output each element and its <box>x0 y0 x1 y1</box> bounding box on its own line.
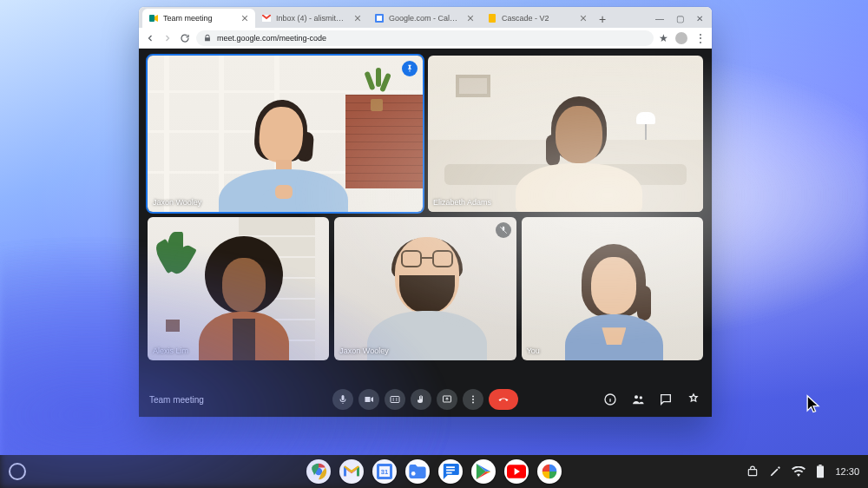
svg-point-6 <box>472 396 474 398</box>
lock-icon <box>203 34 212 43</box>
app-gmail[interactable] <box>339 459 364 484</box>
svg-rect-1 <box>375 14 384 23</box>
svg-point-7 <box>472 399 474 400</box>
svg-text:31: 31 <box>381 468 388 476</box>
tab-gmail[interactable]: Inbox (4) - alismith@gmail.com <box>255 9 368 28</box>
svg-rect-15 <box>379 466 390 477</box>
svg-point-8 <box>472 402 474 404</box>
muted-icon <box>496 222 511 238</box>
star-icon[interactable]: ★ <box>659 32 668 44</box>
new-tab-button[interactable]: + <box>594 10 611 28</box>
svg-point-13 <box>315 468 322 475</box>
profile-avatar[interactable] <box>675 32 687 44</box>
svg-rect-4 <box>391 397 399 403</box>
reload-icon[interactable] <box>179 32 191 44</box>
omnibox[interactable]: meet.google.com/meeting-code <box>196 30 654 46</box>
svg-point-10 <box>635 395 638 399</box>
tabstrip: Team meeting Inbox (4) - alismith@gmail.… <box>139 7 712 28</box>
svg-point-11 <box>640 396 642 399</box>
stylus-icon[interactable] <box>769 465 781 478</box>
meet-controls-bar: Team meeting <box>139 382 712 417</box>
system-tray[interactable]: 12:30 <box>746 465 859 478</box>
close-icon[interactable] <box>240 15 248 23</box>
app-photos[interactable] <box>537 459 562 484</box>
svg-rect-19 <box>749 470 757 476</box>
svg-rect-2 <box>377 16 382 21</box>
svg-rect-14 <box>377 464 392 479</box>
window-controls: — ▢ ✕ <box>655 9 712 28</box>
svg-rect-20 <box>817 466 824 478</box>
gmail-icon <box>262 14 271 23</box>
participant-tile[interactable]: Alexis Lim <box>148 217 329 360</box>
raise-hand-button[interactable] <box>411 389 431 410</box>
end-call-button[interactable] <box>489 389 518 410</box>
chat-button[interactable] <box>658 392 674 407</box>
present-button[interactable] <box>437 389 457 410</box>
app-files[interactable] <box>405 459 430 484</box>
tab-meet[interactable]: Team meeting <box>142 9 255 28</box>
participant-name: Elizabeth Adams <box>433 198 491 207</box>
pin-icon <box>402 61 418 76</box>
clock[interactable]: 12:30 <box>835 466 859 477</box>
tab-cascade[interactable]: Cascade - V2 <box>481 9 594 28</box>
browser-menu-icon[interactable]: ⋮ <box>694 31 707 45</box>
wifi-icon[interactable] <box>792 466 806 477</box>
captions-button[interactable] <box>385 389 405 410</box>
svg-point-9 <box>605 394 615 405</box>
close-icon[interactable] <box>466 15 474 23</box>
participant-grid: Jaxon Wooley Elizabeth Adams <box>148 56 703 360</box>
minimize-icon[interactable]: — <box>655 14 664 23</box>
shelf-apps: 31 <box>306 459 562 484</box>
svg-rect-21 <box>819 465 822 466</box>
microphone-button[interactable] <box>332 389 353 410</box>
chrome-window: Team meeting Inbox (4) - alismith@gmail.… <box>139 7 712 417</box>
shelf: 31 12:30 <box>0 455 868 488</box>
close-icon[interactable] <box>353 15 361 23</box>
tab-label: Cascade - V2 <box>502 14 574 23</box>
app-chrome[interactable] <box>306 459 331 484</box>
meet-icon <box>149 14 158 23</box>
close-window-icon[interactable]: ✕ <box>696 14 703 23</box>
maximize-icon[interactable]: ▢ <box>676 14 684 23</box>
app-play-store[interactable] <box>471 459 496 484</box>
participant-name: Jaxon Wooley <box>339 346 388 355</box>
tab-label: Inbox (4) - alismith@gmail.com <box>276 14 348 23</box>
participant-tile[interactable]: You <box>522 217 703 360</box>
svg-rect-0 <box>149 15 155 22</box>
participant-name: Jaxon Wooley <box>153 198 201 207</box>
browser-toolbar: meet.google.com/meeting-code ★ ⋮ <box>139 28 712 49</box>
meeting-info-button[interactable] <box>602 392 618 407</box>
svg-point-12 <box>311 464 326 479</box>
participant-name: You <box>527 346 540 355</box>
tote-icon[interactable] <box>746 465 759 478</box>
docs-icon <box>488 14 496 23</box>
meet-app: Jaxon Wooley Elizabeth Adams <box>139 49 712 417</box>
participant-tile[interactable]: Jaxon Wooley <box>334 217 516 360</box>
app-messages[interactable] <box>438 459 463 484</box>
desktop: Team meeting Inbox (4) - alismith@gmail.… <box>0 0 868 488</box>
launcher-button[interactable] <box>9 463 26 480</box>
people-button[interactable] <box>630 392 646 407</box>
app-youtube[interactable] <box>504 459 529 484</box>
participant-tile[interactable]: Elizabeth Adams <box>428 56 703 212</box>
cursor-icon <box>806 394 821 415</box>
more-options-button[interactable] <box>463 389 483 410</box>
camera-button[interactable] <box>358 389 379 410</box>
tab-calendar[interactable]: Google.com - Calendar <box>368 9 481 28</box>
battery-icon[interactable] <box>816 465 825 478</box>
svg-rect-5 <box>444 396 451 402</box>
svg-rect-18 <box>507 465 526 478</box>
activities-button[interactable] <box>686 392 701 407</box>
svg-point-17 <box>411 472 416 476</box>
forward-icon[interactable] <box>161 32 174 44</box>
participant-tile[interactable]: Jaxon Wooley <box>148 56 423 212</box>
close-icon[interactable] <box>579 15 587 23</box>
tab-label: Google.com - Calendar <box>389 14 461 23</box>
url-text: meet.google.com/meeting-code <box>217 34 326 43</box>
svg-rect-3 <box>489 14 496 23</box>
app-calendar[interactable]: 31 <box>372 459 397 484</box>
participant-name: Alexis Lim <box>153 346 188 355</box>
back-icon[interactable] <box>144 32 156 44</box>
calendar-icon <box>375 14 384 23</box>
meeting-title: Team meeting <box>149 395 204 405</box>
